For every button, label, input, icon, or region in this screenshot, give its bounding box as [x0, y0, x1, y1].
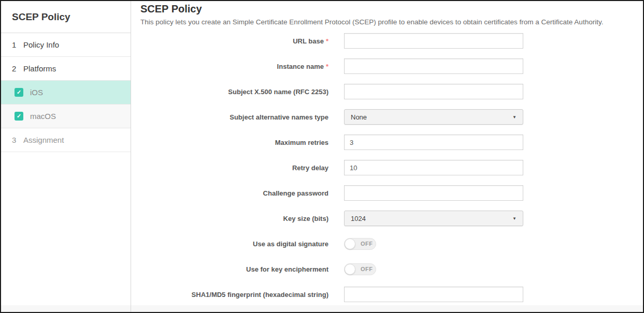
field-label: Key size (bits) — [140, 215, 328, 222]
field-label: SHA1/MD5 fingerprint (hexadecimal string… — [140, 291, 328, 299]
field-label-text: SHA1/MD5 fingerprint (hexadecimal string… — [192, 291, 328, 299]
caret-down-icon: ▼ — [512, 115, 517, 120]
form-row-subject-alt-names: Subject alternative names type None ▼ — [140, 109, 643, 125]
step-number: 2 — [12, 64, 23, 73]
field-label-text: Use for key encipherment — [246, 265, 328, 273]
toggle-state-label: OFF — [361, 241, 373, 247]
key-size-select[interactable]: 1024 ▼ — [344, 211, 523, 226]
form-row-key-encipherment: Use for key encipherment OFF — [140, 261, 643, 277]
instance-name-input[interactable] — [344, 58, 523, 74]
scep-policy-form: URL base* Instance name* Subject X.500 n… — [140, 33, 643, 302]
check-icon: ✓ — [17, 90, 21, 95]
retry-delay-input[interactable] — [344, 160, 523, 175]
sidebar-divider — [131, 1, 131, 312]
url-base-input[interactable] — [344, 33, 523, 49]
required-asterisk: * — [326, 63, 328, 70]
scep-policy-window: SCEP Policy 1 Policy Info 2 Platforms ✓ … — [0, 0, 644, 313]
subject-x500-name-input[interactable] — [344, 84, 523, 99]
sha1-md5-fingerprint-input[interactable] — [344, 287, 523, 302]
form-row-fingerprint: SHA1/MD5 fingerprint (hexadecimal string… — [140, 287, 643, 302]
toggle-knob — [345, 264, 355, 275]
field-label: Maximum retries — [140, 139, 328, 146]
required-asterisk: * — [326, 37, 328, 45]
form-row-key-size: Key size (bits) 1024 ▼ — [140, 211, 643, 226]
field-label: Instance name* — [140, 63, 328, 70]
field-label-text: Subject X.500 name (RFC 2253) — [228, 88, 328, 96]
field-label-text: Challenge password — [263, 189, 328, 197]
bottom-strip — [1, 305, 643, 312]
challenge-password-input[interactable] — [344, 185, 523, 201]
sidebar-item-label: Policy Info — [23, 40, 59, 49]
form-row-instance-name: Instance name* — [140, 58, 643, 74]
field-label-text: URL base — [293, 37, 324, 45]
page-title: SCEP Policy — [140, 2, 643, 16]
toggle-knob — [345, 239, 355, 249]
sidebar-item-policy-info[interactable]: 1 Policy Info — [1, 33, 131, 57]
form-row-digital-signature: Use as digital signature OFF — [140, 236, 643, 251]
form-row-subject-x500: Subject X.500 name (RFC 2253) — [140, 84, 643, 99]
caret-down-icon: ▼ — [512, 216, 517, 221]
field-label: Use for key encipherment — [140, 265, 328, 273]
form-row-url-base: URL base* — [140, 33, 643, 49]
field-label: Retry delay — [140, 164, 328, 172]
sidebar-item-ios[interactable]: ✓ iOS — [1, 81, 131, 105]
field-label-text: Key size (bits) — [283, 215, 328, 222]
check-icon: ✓ — [17, 113, 21, 119]
select-value: None — [351, 113, 367, 121]
ios-checkbox[interactable]: ✓ — [15, 88, 23, 97]
field-label: Subject X.500 name (RFC 2253) — [140, 88, 328, 96]
sidebar-item-label: Platforms — [23, 64, 56, 73]
field-label-text: Use as digital signature — [253, 240, 328, 248]
select-value: 1024 — [351, 215, 366, 222]
form-row-challenge-password: Challenge password — [140, 185, 643, 201]
step-number: 3 — [12, 136, 23, 144]
field-label: Subject alternative names type — [140, 113, 328, 121]
field-label-text: Subject alternative names type — [230, 113, 328, 121]
sidebar-item-label: macOS — [30, 112, 56, 121]
macos-checkbox[interactable]: ✓ — [15, 112, 23, 121]
page-description: This policy lets you create an Simple Ce… — [140, 18, 643, 26]
main-content: SCEP Policy This policy lets you create … — [131, 1, 643, 312]
field-label: Challenge password — [140, 189, 328, 197]
form-row-retry-delay: Retry delay — [140, 160, 643, 175]
form-row-maximum-retries: Maximum retries — [140, 135, 643, 150]
subject-alt-names-type-select[interactable]: None ▼ — [344, 109, 523, 125]
field-label-text: Maximum retries — [275, 139, 328, 146]
toggle-state-label: OFF — [361, 266, 373, 272]
use-for-key-encipherment-toggle[interactable]: OFF — [344, 263, 376, 275]
sidebar-item-label: Assignment — [23, 136, 64, 144]
sidebar-item-macos[interactable]: ✓ macOS — [1, 105, 131, 128]
policy-steps-sidebar: SCEP Policy 1 Policy Info 2 Platforms ✓ … — [1, 1, 131, 312]
field-label: Use as digital signature — [140, 240, 328, 248]
use-as-digital-signature-toggle[interactable]: OFF — [344, 238, 376, 250]
field-label-text: Retry delay — [292, 164, 328, 172]
sidebar-item-label: iOS — [30, 88, 43, 97]
sidebar-item-assignment[interactable]: 3 Assignment — [1, 128, 131, 152]
field-label-text: Instance name — [277, 63, 324, 70]
field-label: URL base* — [140, 37, 328, 45]
sidebar-title: SCEP Policy — [1, 1, 131, 33]
step-number: 1 — [12, 40, 23, 49]
sidebar-item-platforms[interactable]: 2 Platforms — [1, 57, 131, 81]
maximum-retries-input[interactable] — [344, 135, 523, 150]
